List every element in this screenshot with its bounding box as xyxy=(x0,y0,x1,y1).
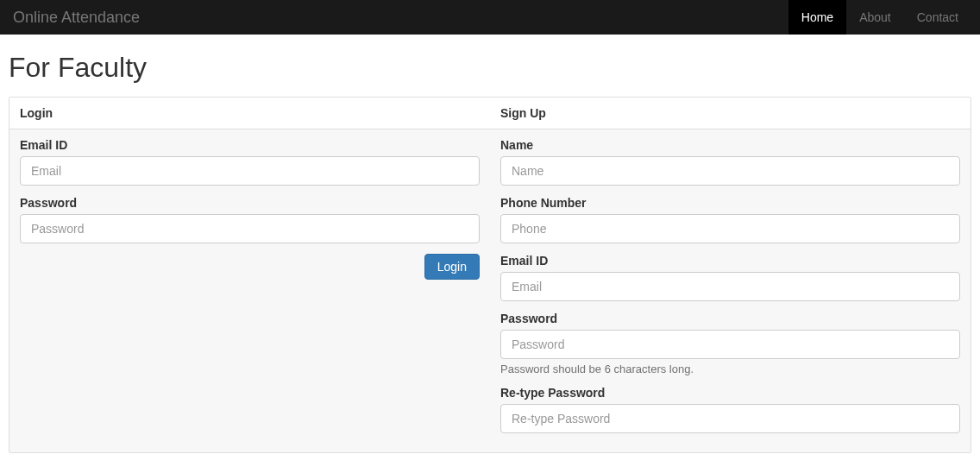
nav-home[interactable]: Home xyxy=(788,0,846,35)
signup-password-hint: Password should be 6 characters long. xyxy=(500,363,960,375)
main-container: For Faculty Login Sign Up Email ID Passw… xyxy=(0,35,980,453)
login-password-input[interactable] xyxy=(20,214,480,243)
login-form: Email ID Password Login xyxy=(9,129,490,452)
navbar: Online Attendance Home About Contact xyxy=(0,0,980,35)
page-title: For Faculty xyxy=(9,52,971,84)
signup-name-input[interactable] xyxy=(500,156,960,186)
navbar-nav: Home About Contact xyxy=(788,0,971,35)
login-email-input[interactable] xyxy=(20,156,480,186)
login-heading: Login xyxy=(9,98,490,129)
faculty-panel: Login Sign Up Email ID Password Login xyxy=(9,97,971,453)
signup-heading: Sign Up xyxy=(490,98,971,129)
login-button[interactable]: Login xyxy=(424,254,480,280)
signup-phone-label: Phone Number xyxy=(500,196,960,210)
signup-name-label: Name xyxy=(500,138,960,152)
signup-password-label: Password xyxy=(500,312,960,325)
nav-about[interactable]: About xyxy=(846,0,904,35)
panel-body-row: Email ID Password Login Name Phone Numbe xyxy=(9,129,971,452)
signup-retype-input[interactable] xyxy=(500,404,960,433)
signup-email-label: Email ID xyxy=(500,254,960,268)
login-email-label: Email ID xyxy=(20,138,480,152)
login-password-label: Password xyxy=(20,196,480,210)
signup-email-input[interactable] xyxy=(500,272,960,301)
nav-contact[interactable]: Contact xyxy=(904,0,971,35)
signup-form: Name Phone Number Email ID Password Pass… xyxy=(490,129,971,452)
signup-password-input[interactable] xyxy=(500,330,960,359)
signup-phone-input[interactable] xyxy=(500,214,960,243)
panel-heading-row: Login Sign Up xyxy=(9,98,971,129)
signup-retype-label: Re-type Password xyxy=(500,386,960,400)
navbar-brand[interactable]: Online Attendance xyxy=(13,0,140,35)
